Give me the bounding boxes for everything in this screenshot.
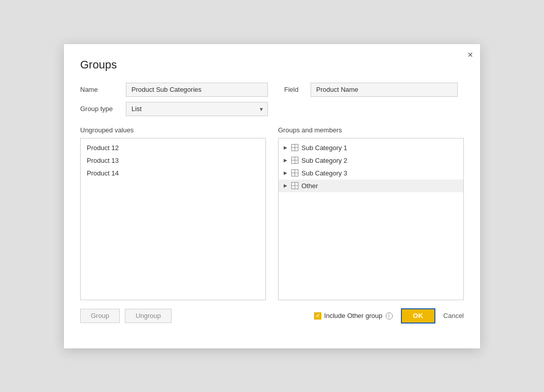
checkmark-icon: ✓ [316,313,320,318]
groups-panel: Groups and members ▶ Sub Category 1 ▶ Su… [278,126,464,300]
footer-left: Group Ungroup [80,309,172,323]
ok-button[interactable]: OK [401,308,435,324]
field-label: Field [284,86,304,93]
groups-dialog: × Groups Name Field Group type List Bin … [64,44,480,348]
ungrouped-panel: Ungrouped values Product 12 Product 13 P… [80,126,266,300]
group-type-wrapper: List Bin ▼ [126,102,268,116]
group-button[interactable]: Group [80,309,120,323]
ungroup-button[interactable]: Ungroup [125,309,172,323]
include-other-label: Include Other group [324,312,383,319]
info-icon: i [386,312,393,319]
group-item-sub2[interactable]: ▶ Sub Category 2 [279,154,463,167]
include-other-row: ✓ Include Other group i [314,312,393,319]
group-item-label: Other [301,182,318,190]
grid-icon [291,169,298,176]
group-type-label: Group type [80,105,120,113]
group-item-sub1[interactable]: ▶ Sub Category 1 [279,141,463,154]
name-label: Name [80,86,120,93]
ungrouped-list[interactable]: Product 12 Product 13 Product 14 [80,138,266,300]
group-type-select[interactable]: List Bin [126,102,268,116]
list-item[interactable]: Product 12 [81,141,265,154]
list-item[interactable]: Product 14 [81,167,265,180]
grid-icon [291,182,298,189]
grid-icon [291,144,298,151]
expand-icon: ▶ [284,158,287,163]
ungrouped-title: Ungrouped values [80,126,266,134]
group-item-sub3[interactable]: ▶ Sub Category 3 [279,167,463,180]
expand-icon: ▶ [284,170,287,175]
expand-icon: ▶ [284,145,287,150]
footer: Group Ungroup ✓ Include Other group i OK… [80,308,464,324]
group-item-label: Sub Category 1 [301,144,347,152]
group-item-label: Sub Category 3 [301,169,347,177]
list-item[interactable]: Product 13 [81,154,265,167]
dialog-title: Groups [80,58,464,72]
groups-list[interactable]: ▶ Sub Category 1 ▶ Sub Category 2 ▶ Sub … [278,138,464,300]
cancel-button[interactable]: Cancel [444,312,464,319]
include-other-checkbox[interactable]: ✓ [314,312,321,319]
name-input[interactable] [126,83,268,97]
field-input [311,83,458,97]
footer-right: ✓ Include Other group i OK Cancel [314,308,464,324]
grid-icon [291,157,298,164]
panels-container: Ungrouped values Product 12 Product 13 P… [80,126,464,300]
group-item-other[interactable]: ▶ Other [279,180,463,192]
close-button[interactable]: × [467,50,473,59]
expand-icon: ▶ [284,183,287,188]
group-item-label: Sub Category 2 [301,157,347,164]
groups-title: Groups and members [278,126,464,134]
